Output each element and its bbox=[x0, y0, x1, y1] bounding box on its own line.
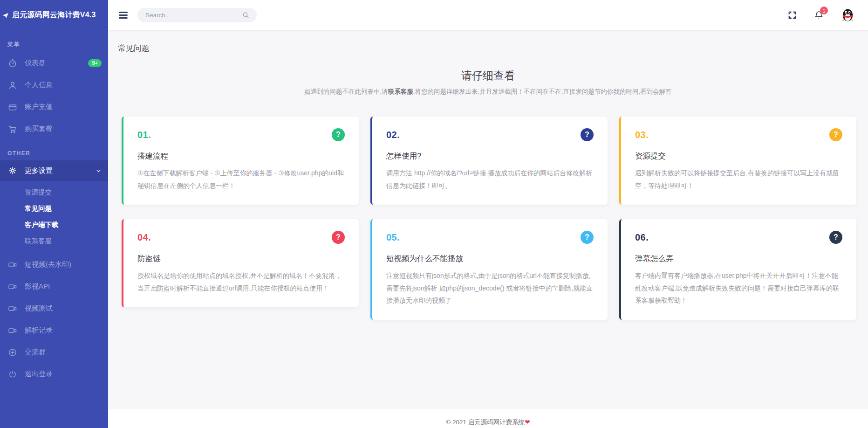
faq-card-5: 05. ? 短视频为什么不能播放 注意短视频只有json形式的格式,由于是jso… bbox=[370, 219, 608, 320]
copyright-text: © 2021 启元源码网计费系统 bbox=[446, 419, 525, 426]
card-number: 06. bbox=[635, 232, 649, 243]
search-bar bbox=[137, 8, 257, 22]
card-title: 怎样使用? bbox=[386, 151, 594, 161]
section-subtitle: 如遇到的问题不在此列表中,请联系客服,将您的问题详细发出来,并且发送截图！不在问… bbox=[108, 88, 868, 96]
sidebar-item-logout[interactable]: 退出登录 bbox=[0, 363, 108, 385]
sidebar-item-label: 更多设置 bbox=[25, 166, 53, 175]
dashboard-icon bbox=[8, 59, 17, 68]
card-number: 04. bbox=[137, 232, 151, 243]
card-number: 01. bbox=[137, 130, 151, 140]
sidebar-item-label: 交流群 bbox=[25, 348, 46, 357]
card-title: 短视频为什么不能播放 bbox=[386, 254, 594, 264]
faq-card-1: 01. ? 搭建流程 ①在左侧下载解析客户端 - ②上传至你的服务器 - ③修改… bbox=[122, 117, 359, 205]
card-title: 搭建流程 bbox=[137, 151, 345, 161]
page-title: 常见问题 bbox=[108, 30, 868, 54]
question-mark-icon: ? bbox=[581, 128, 594, 141]
sidebar-item-profile[interactable]: 个人信息 bbox=[0, 74, 108, 96]
video-icon bbox=[8, 326, 17, 335]
paper-plane-icon bbox=[2, 12, 9, 19]
sidebar-item-label: 短视频(去水印) bbox=[25, 260, 71, 269]
circle-plus-icon bbox=[8, 348, 17, 357]
sidebar-item-label: 购买套餐 bbox=[25, 124, 53, 133]
video-icon bbox=[8, 260, 17, 269]
more-settings-submenu: 资源提交 常见问题 客户端下载 联系客服 bbox=[0, 181, 108, 254]
sidebar-item-recharge[interactable]: 账户充值 bbox=[0, 96, 108, 118]
sidebar-item-label: 解析记录 bbox=[25, 326, 53, 335]
sidebar: 启元源码网云海计费V4.3 菜单 仪表盘 9+ 个人信息 账户充值 购买套餐 O… bbox=[0, 0, 108, 428]
sidebar-subitem-contact-support[interactable]: 联系客服 bbox=[0, 233, 108, 249]
sidebar-item-label: 影视API bbox=[25, 282, 50, 291]
subitem-label: 资源提交 bbox=[25, 188, 52, 197]
video-icon bbox=[8, 282, 17, 291]
notifications-bell-icon[interactable]: 1 bbox=[814, 10, 824, 20]
page-footer: © 2021 启元源码网计费系统❤ bbox=[108, 409, 868, 428]
question-mark-icon: ? bbox=[332, 231, 345, 244]
subitem-label: 客户端下载 bbox=[25, 221, 59, 229]
credit-card-icon bbox=[8, 103, 17, 112]
card-body: 客户端内置有客户端播放器,在user.php中将开关开开后即可！注意不能乱改动客… bbox=[635, 269, 842, 307]
topbar-actions: 1 bbox=[787, 8, 855, 22]
main-content: 常见问题 请仔细查看 如遇到的问题不在此列表中,请联系客服,将您的问题详细发出来… bbox=[108, 30, 868, 409]
user-avatar[interactable] bbox=[841, 8, 855, 22]
fullscreen-icon[interactable] bbox=[787, 10, 797, 20]
chevron-down-icon bbox=[96, 168, 102, 174]
subitem-label: 联系客服 bbox=[25, 237, 52, 246]
faq-card-3: 03. ? 资源提交 遇到解析失败的可以将链接提交至后台,有替换的链接可以写上没… bbox=[619, 117, 856, 205]
sidebar-item-movie-api[interactable]: 影视API bbox=[0, 276, 108, 297]
card-number: 02. bbox=[386, 130, 400, 140]
card-number: 05. bbox=[386, 232, 400, 243]
sidebar-item-short-video[interactable]: 短视频(去水印) bbox=[0, 254, 108, 276]
card-title: 资源提交 bbox=[635, 151, 842, 161]
search-input[interactable] bbox=[144, 11, 242, 19]
card-body: 注意短视频只有json形式的格式,由于是json的格式url不能直接复制播放,需… bbox=[386, 269, 594, 307]
subtitle-text: ,将您的问题详细发出来,并且发送截图！不在问在不在,直接发问题节约你我的时间,看… bbox=[413, 88, 672, 95]
sidebar-item-dashboard[interactable]: 仪表盘 9+ bbox=[0, 52, 108, 74]
sidebar-section-other: OTHER bbox=[0, 140, 108, 160]
card-title: 防盗链 bbox=[137, 254, 345, 264]
sidebar-subitem-faq[interactable]: 常见问题 bbox=[0, 200, 108, 217]
sidebar-item-label: 个人信息 bbox=[25, 81, 53, 90]
dashboard-count-badge: 9+ bbox=[88, 59, 102, 67]
power-icon bbox=[8, 370, 17, 379]
sidebar-item-parse-records[interactable]: 解析记录 bbox=[0, 319, 108, 341]
sidebar-item-chat-group[interactable]: 交流群 bbox=[0, 341, 108, 363]
gear-icon bbox=[8, 166, 17, 175]
section-heading: 请仔细查看 bbox=[108, 69, 868, 83]
card-title: 弹幕怎么弄 bbox=[635, 254, 842, 264]
user-icon bbox=[8, 81, 17, 90]
card-body: ①在左侧下载解析客户端 - ②上传至你的服务器 - ③修改user.php的ui… bbox=[137, 167, 345, 192]
sidebar-section-menu: 菜单 bbox=[0, 30, 108, 52]
sidebar-item-video-test[interactable]: 视频测试 bbox=[0, 297, 108, 319]
sidebar-item-buy-package[interactable]: 购买套餐 bbox=[0, 118, 108, 140]
question-mark-icon: ? bbox=[332, 128, 345, 141]
video-icon bbox=[8, 304, 17, 313]
sidebar-subitem-resource-submit[interactable]: 资源提交 bbox=[0, 184, 108, 200]
sidebar-item-label: 退出登录 bbox=[25, 370, 53, 379]
notification-count-badge: 1 bbox=[820, 7, 828, 14]
card-body: 授权域名是给你的使用站点的域名授权,并不是解析的域名！不要混淆，当开启防盗时解析… bbox=[137, 269, 345, 294]
search-icon[interactable] bbox=[242, 11, 250, 19]
contact-support-link[interactable]: 联系客服 bbox=[388, 88, 413, 95]
hamburger-menu-icon[interactable] bbox=[119, 10, 128, 21]
subitem-label: 常见问题 bbox=[25, 204, 52, 213]
app-logo: 启元源码网云海计费V4.3 bbox=[0, 0, 108, 30]
sidebar-item-label: 账户充值 bbox=[25, 103, 53, 111]
faq-card-grid: 01. ? 搭建流程 ①在左侧下载解析客户端 - ②上传至你的服务器 - ③修改… bbox=[122, 117, 856, 320]
faq-card-4: 04. ? 防盗链 授权域名是给你的使用站点的域名授权,并不是解析的域名！不要混… bbox=[122, 219, 359, 307]
heart-icon: ❤ bbox=[525, 419, 530, 426]
sidebar-subitem-client-download[interactable]: 客户端下载 bbox=[0, 217, 108, 233]
question-mark-icon: ? bbox=[829, 231, 842, 244]
card-number: 03. bbox=[635, 130, 649, 140]
question-mark-icon: ? bbox=[829, 128, 842, 141]
sidebar-item-label: 视频测试 bbox=[25, 304, 53, 313]
sidebar-item-more-settings[interactable]: 更多设置 bbox=[0, 160, 108, 181]
faq-card-6: 06. ? 弹幕怎么弄 客户端内置有客户端播放器,在user.php中将开关开开… bbox=[619, 219, 856, 320]
app-title: 启元源码网云海计费V4.3 bbox=[12, 10, 96, 20]
sidebar-item-label: 仪表盘 bbox=[25, 59, 46, 68]
card-body: 调用方法 http://你的域名/?url=链接 播放成功后在你的网站后台修改解… bbox=[386, 167, 594, 192]
cart-icon bbox=[8, 124, 17, 134]
topbar: 1 bbox=[108, 0, 868, 30]
faq-card-2: 02. ? 怎样使用? 调用方法 http://你的域名/?url=链接 播放成… bbox=[370, 117, 608, 205]
subtitle-text: 如遇到的问题不在此列表中,请 bbox=[304, 88, 388, 95]
question-mark-icon: ? bbox=[581, 231, 594, 244]
